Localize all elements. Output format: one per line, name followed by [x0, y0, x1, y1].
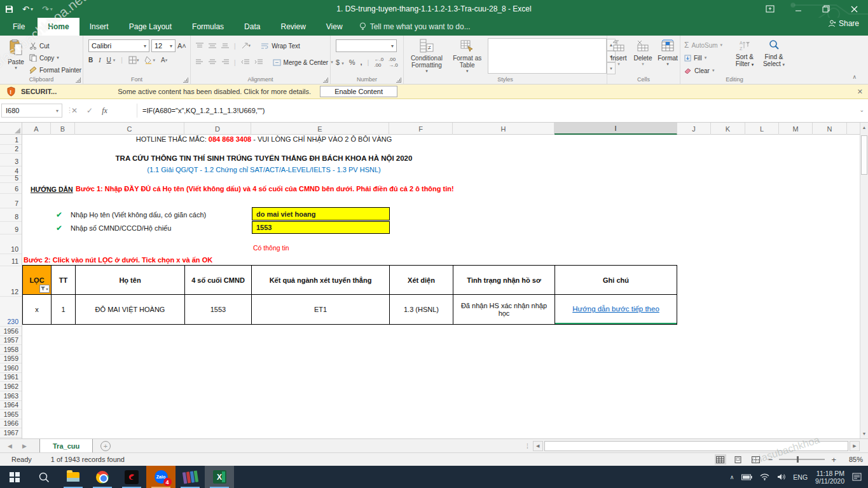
share-button[interactable]: Share [828, 19, 859, 28]
tray-expand-icon[interactable]: ∧ [730, 474, 734, 480]
row-number[interactable]: 1960 [0, 363, 22, 373]
zoom-level[interactable]: 85% [843, 456, 863, 463]
normal-view-button[interactable] [715, 454, 726, 464]
taskbar-chrome[interactable] [88, 466, 117, 488]
header-cmnd[interactable]: 4 số cuối CMND [185, 266, 252, 295]
row-number[interactable]: 3 [0, 154, 22, 166]
align-middle-button[interactable] [209, 43, 216, 49]
guide-label[interactable]: HƯỚNG DẪN [31, 186, 73, 193]
align-bottom-button[interactable] [221, 43, 229, 49]
column-header[interactable]: N [813, 123, 847, 135]
scroll-right-icon[interactable]: ▶ [850, 441, 860, 451]
result-status[interactable]: Có thông tin [253, 244, 289, 252]
column-header[interactable]: E [251, 123, 389, 135]
column-header[interactable]: B [51, 123, 75, 135]
decrease-indent-button[interactable] [241, 59, 249, 65]
close-button[interactable] [840, 0, 868, 18]
expand-formula-bar-icon[interactable]: ⌄ [859, 107, 864, 113]
cell-loc[interactable]: x [23, 295, 52, 324]
row-number[interactable]: 230 [0, 297, 22, 327]
decrease-decimal-button[interactable]: .00→.0 [389, 57, 398, 68]
next-sheet-icon[interactable]: ▶ [22, 443, 27, 449]
cell-styles-gallery[interactable]: ▲▼▾ [488, 38, 607, 74]
row-number[interactable]: 2 [0, 145, 22, 154]
zoom-slider[interactable] [779, 459, 825, 460]
filter-icon[interactable]: ▾ [39, 285, 50, 293]
column-header[interactable]: A [22, 123, 51, 135]
collapse-ribbon-button[interactable]: ∧ [852, 74, 857, 80]
cancel-formula-icon[interactable]: ✕ [71, 106, 78, 115]
format-painter-button[interactable]: Format Painter [29, 64, 81, 76]
column-header[interactable]: H [453, 123, 555, 135]
ribbon-tab[interactable]: Formulas [182, 18, 234, 36]
row-number[interactable]: 11 [0, 254, 22, 266]
comma-style-button[interactable]: , [360, 58, 362, 66]
font-name-select[interactable]: Calibri▾ [88, 39, 149, 52]
column-header[interactable]: D [184, 123, 251, 135]
header-hoten[interactable]: Họ tên [76, 266, 185, 295]
header-tinhtrang[interactable]: Tình trạng nhận hồ sơ [453, 266, 555, 295]
horizontal-scrollbar[interactable]: ⁞ ◀ ▶ [527, 441, 860, 451]
taskbar-winrar[interactable] [176, 466, 205, 488]
enter-formula-icon[interactable]: ✓ [86, 106, 93, 115]
borders-button[interactable]: ▾ [128, 56, 139, 64]
ribbon-tab[interactable]: Data [234, 18, 270, 36]
clear-button[interactable]: Clear ▾ [684, 65, 730, 76]
step1-instruction[interactable]: Bước 1: Nhập ĐẦY ĐỦ cả Họ tên (Viết khôn… [76, 185, 454, 193]
page-layout-view-button[interactable] [733, 454, 744, 464]
bold-button[interactable]: B [88, 57, 93, 64]
next-steps-link[interactable]: Hướng dẫn bước tiếp theo [572, 305, 659, 313]
zoom-in-button[interactable]: + [831, 455, 836, 464]
start-button[interactable] [0, 466, 29, 488]
taskbar-zalo[interactable]: Zalo4 [146, 466, 176, 488]
formula-input[interactable]: =IF(A680="x",KQ_1.2_1.1_1.3!U669,"") [137, 104, 849, 118]
row-number[interactable]: 8 [0, 208, 22, 222]
row-number[interactable]: 7 [0, 194, 22, 208]
speaker-icon[interactable] [777, 473, 785, 480]
insert-cells-button[interactable]: Insert▾ [607, 36, 630, 75]
row-number[interactable]: 1958 [0, 345, 22, 355]
minimize-button[interactable] [784, 0, 812, 18]
scroll-left-icon[interactable]: ◀ [533, 441, 543, 451]
row-number[interactable]: 1966 [0, 419, 22, 429]
ribbon-tab[interactable]: File [0, 18, 38, 36]
row-number[interactable]: 12 [0, 266, 22, 297]
header-ghichu[interactable]: Ghi chú [555, 266, 677, 295]
font-color-button[interactable]: A▾ [161, 57, 167, 64]
step2-instruction[interactable]: Bước 2: Click vào nút LỌC ở dưới. Tick c… [24, 256, 212, 264]
new-sheet-button[interactable]: + [100, 441, 111, 451]
input1-label[interactable]: Nhập Họ tên (Viết không dấu, có giãn các… [71, 211, 206, 219]
input2-label[interactable]: Nhập số CMND/CCCD/Hộ chiếu [71, 224, 171, 232]
merge-center-button[interactable]: Merge & Center ▾ [273, 57, 333, 68]
horizontal-scroll-thumb[interactable] [544, 441, 848, 451]
cell-cmnd[interactable]: 1553 [185, 295, 252, 324]
row-number[interactable]: 10 [0, 234, 22, 254]
header-xetdien[interactable]: Xét diện [390, 266, 453, 295]
ribbon-display-options-button[interactable] [756, 0, 784, 18]
ribbon-tab[interactable]: View [316, 18, 353, 36]
header-ketqua[interactable]: Kết quả ngành xét tuyển thẳng [252, 266, 390, 295]
taskbar-search-button[interactable] [29, 466, 59, 488]
tab-split-handle[interactable]: ⁞ [527, 443, 528, 450]
ribbon-tab[interactable]: Home [38, 18, 79, 36]
taskbar-file-explorer[interactable] [59, 466, 88, 488]
column-header[interactable]: F [389, 123, 453, 135]
cell-ketqua[interactable]: ET1 [252, 295, 390, 324]
find-select-button[interactable]: Find &Select ▾ [759, 36, 789, 75]
row-number[interactable]: 1962 [0, 382, 22, 391]
column-header[interactable]: K [711, 123, 745, 135]
row-number[interactable]: 1964 [0, 401, 22, 410]
zoom-slider-thumb[interactable] [797, 456, 799, 463]
select-all-button[interactable] [0, 123, 22, 135]
increase-decimal-button[interactable]: ←.0.00 [374, 57, 383, 68]
prev-sheet-icon[interactable]: ◀ [8, 443, 12, 449]
row-number[interactable]: 1967 [0, 428, 22, 438]
clipboard-dialog-launcher[interactable] [76, 78, 81, 83]
number-dialog-launcher[interactable] [396, 78, 401, 83]
header-tt[interactable]: TT [52, 266, 76, 295]
row-number[interactable]: 1963 [0, 391, 22, 401]
sheet-tab-tra-cuu[interactable]: Tra_cuu [39, 439, 93, 453]
zoom-out-button[interactable]: − [768, 455, 773, 464]
security-close-icon[interactable]: ✕ [857, 88, 863, 96]
row-number[interactable]: 1965 [0, 410, 22, 419]
